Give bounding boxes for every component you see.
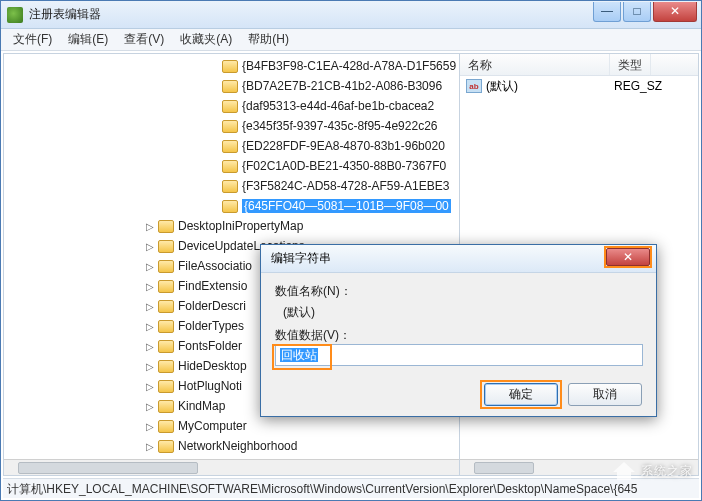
regedit-icon — [7, 7, 23, 23]
list-scroll-h[interactable] — [460, 459, 698, 475]
tree-label: {e345f35f-9397-435c-8f95-4e922c26 — [242, 119, 438, 133]
close-button[interactable]: ✕ — [653, 2, 697, 22]
tree-label: {F3F5824C-AD58-4728-AF59-A1EBE3 — [242, 179, 449, 193]
folder-icon — [158, 300, 174, 313]
tree-label: FolderDescri — [178, 299, 246, 313]
string-icon: ab — [466, 79, 482, 93]
expander-icon[interactable]: ▷ — [144, 441, 155, 452]
folder-icon — [222, 120, 238, 133]
folder-icon — [222, 80, 238, 93]
expander-icon[interactable]: ▷ — [144, 341, 155, 352]
folder-icon — [158, 220, 174, 233]
expander-icon[interactable]: ▷ — [144, 361, 155, 372]
tree-item[interactable]: {BD7A2E7B-21CB-41b2-A086-B3096 — [4, 76, 459, 96]
expander-icon[interactable]: ▷ — [144, 321, 155, 332]
tree-label: HideDesktop — [178, 359, 247, 373]
tree-item[interactable]: {F02C1A0D-BE21-4350-88B0-7367F0 — [4, 156, 459, 176]
tree-label: MyComputer — [178, 419, 247, 433]
tree-label: {BD7A2E7B-21CB-41b2-A086-B3096 — [242, 79, 442, 93]
edit-string-dialog: 编辑字符串 ✕ 数值名称(N)： (默认) 数值数据(V)： 回收站 确定 取消 — [260, 244, 657, 417]
menu-file[interactable]: 文件(F) — [7, 29, 58, 50]
col-type[interactable]: 类型 — [610, 54, 651, 75]
expander-icon[interactable]: ▷ — [144, 421, 155, 432]
tree-item[interactable]: {F3F5824C-AD58-4728-AF59-A1EBE3 — [4, 176, 459, 196]
folder-icon — [158, 260, 174, 273]
expander-icon[interactable]: ▷ — [144, 281, 155, 292]
expander-icon[interactable] — [208, 61, 219, 72]
value-name-label: 数值名称(N)： — [275, 283, 642, 300]
folder-icon — [158, 420, 174, 433]
col-name[interactable]: 名称 — [460, 54, 610, 75]
expander-icon[interactable] — [208, 101, 219, 112]
list-header: 名称 类型 — [460, 54, 698, 76]
tree-label: FindExtensio — [178, 279, 247, 293]
value-type: REG_SZ — [614, 79, 662, 93]
menu-view[interactable]: 查看(V) — [118, 29, 170, 50]
expander-icon[interactable] — [208, 141, 219, 152]
tree-label: NetworkNeighborhood — [178, 439, 297, 453]
tree-label: FileAssociatio — [178, 259, 252, 273]
folder-icon — [158, 440, 174, 453]
folder-icon — [158, 400, 174, 413]
folder-icon — [158, 340, 174, 353]
folder-icon — [158, 360, 174, 373]
tree-item[interactable]: ▷DesktopIniPropertyMap — [4, 216, 459, 236]
menubar: 文件(F) 编辑(E) 查看(V) 收藏夹(A) 帮助(H) — [1, 29, 701, 51]
cancel-button[interactable]: 取消 — [568, 383, 642, 406]
tree-label: KindMap — [178, 399, 225, 413]
window-title: 注册表编辑器 — [29, 6, 591, 23]
tree-scroll-h[interactable] — [4, 459, 459, 475]
folder-icon — [222, 180, 238, 193]
value-name: (默认) — [486, 78, 614, 95]
list-scroll-thumb[interactable] — [474, 462, 534, 474]
expander-icon[interactable] — [208, 121, 219, 132]
expander-icon[interactable] — [208, 201, 219, 212]
expander-icon[interactable]: ▷ — [144, 301, 155, 312]
ok-button[interactable]: 确定 — [484, 383, 558, 406]
folder-icon — [222, 100, 238, 113]
tree-item[interactable]: {e345f35f-9397-435c-8f95-4e922c26 — [4, 116, 459, 136]
tree-label: {645FFO40—5081—101B—9F08—00 — [242, 199, 451, 213]
tree-label: HotPlugNoti — [178, 379, 242, 393]
value-data-input[interactable]: 回收站 — [275, 344, 643, 366]
tree-scroll-thumb[interactable] — [18, 462, 198, 474]
tree-label: {daf95313-e44d-46af-be1b-cbacea2 — [242, 99, 434, 113]
value-data-label: 数值数据(V)： — [275, 327, 642, 344]
minimize-button[interactable]: — — [593, 2, 621, 22]
folder-icon — [222, 160, 238, 173]
tree-label: FontsFolder — [178, 339, 242, 353]
folder-icon — [222, 60, 238, 73]
expander-icon[interactable] — [208, 181, 219, 192]
tree-item[interactable]: ▷MyComputer — [4, 416, 459, 436]
tree-label: {ED228FDF-9EA8-4870-83b1-96b020 — [242, 139, 445, 153]
menu-help[interactable]: 帮助(H) — [242, 29, 295, 50]
expander-icon[interactable]: ▷ — [144, 381, 155, 392]
folder-icon — [222, 140, 238, 153]
tree-label: FolderTypes — [178, 319, 244, 333]
maximize-button[interactable]: □ — [623, 2, 651, 22]
menu-favorites[interactable]: 收藏夹(A) — [174, 29, 238, 50]
tree-item[interactable]: {645FFO40—5081—101B—9F08—00 — [4, 196, 459, 216]
folder-icon — [158, 280, 174, 293]
value-name-static: (默认) — [283, 304, 642, 321]
dialog-close-button[interactable]: ✕ — [606, 248, 650, 266]
folder-icon — [158, 240, 174, 253]
expander-icon[interactable]: ▷ — [144, 241, 155, 252]
expander-icon[interactable]: ▷ — [144, 261, 155, 272]
folder-icon — [222, 200, 238, 213]
tree-item[interactable]: {daf95313-e44d-46af-be1b-cbacea2 — [4, 96, 459, 116]
status-bar: 计算机\HKEY_LOCAL_MACHINE\SOFTWARE\Microsof… — [3, 478, 699, 498]
tree-label: DesktopIniPropertyMap — [178, 219, 303, 233]
expander-icon[interactable]: ▷ — [144, 401, 155, 412]
tree-item[interactable]: {ED228FDF-9EA8-4870-83b1-96b020 — [4, 136, 459, 156]
folder-icon — [158, 380, 174, 393]
folder-icon — [158, 320, 174, 333]
expander-icon[interactable] — [208, 81, 219, 92]
expander-icon[interactable]: ▷ — [144, 221, 155, 232]
expander-icon[interactable] — [208, 161, 219, 172]
tree-item[interactable]: {B4FB3F98-C1EA-428d-A78A-D1F5659 — [4, 56, 459, 76]
dialog-title: 编辑字符串 — [261, 245, 656, 273]
list-row-default[interactable]: ab (默认) REG_SZ — [460, 76, 698, 96]
menu-edit[interactable]: 编辑(E) — [62, 29, 114, 50]
tree-item[interactable]: ▷NetworkNeighborhood — [4, 436, 459, 456]
